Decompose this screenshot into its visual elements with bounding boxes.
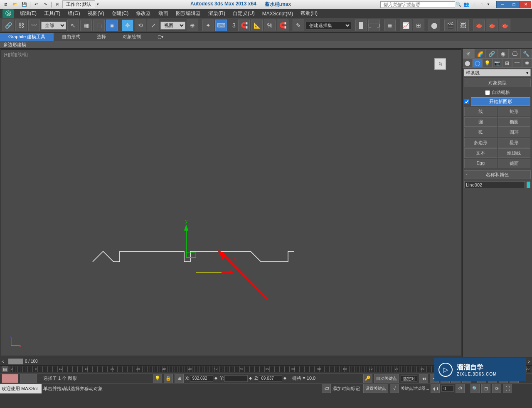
cmdtab-create-icon[interactable]: ✳ xyxy=(463,49,474,59)
render-frame-icon[interactable]: 🖼 xyxy=(457,20,469,31)
edit-selection-set-icon[interactable]: ✎ xyxy=(293,20,304,31)
mirror-icon[interactable]: ▐▌ xyxy=(355,20,367,31)
shape-helix-button[interactable]: 螺旋线 xyxy=(498,148,531,158)
help-icon[interactable]: ? xyxy=(479,1,485,8)
layers-icon[interactable]: ≣ xyxy=(384,20,396,31)
subtab-shapes-icon[interactable]: ◯ xyxy=(473,59,483,68)
cmdtab-modify-icon[interactable]: 🌈 xyxy=(474,49,486,59)
x-spinner-icon[interactable]: ⯁ xyxy=(214,376,218,381)
shape-donut-button[interactable]: 圆环 xyxy=(498,128,531,137)
key-filters-icon[interactable]: √ xyxy=(390,384,399,393)
select-name-icon[interactable]: ▦ xyxy=(80,20,92,31)
app-menu-icon[interactable]: Ⓢ xyxy=(2,9,14,18)
save-icon[interactable]: 💾 xyxy=(20,1,28,8)
timeline-end-icon[interactable]: > xyxy=(526,359,532,364)
subtab-systems-icon[interactable]: ✱ xyxy=(522,59,532,68)
shape-ngon-button[interactable]: 多边形 xyxy=(464,138,497,147)
cmdtab-utilities-icon[interactable]: 🔧 xyxy=(520,49,532,59)
z-spinner-icon[interactable]: ⯁ xyxy=(283,376,287,381)
lock-selection-icon[interactable]: 💡 xyxy=(153,374,162,383)
search-icon[interactable]: 🔍 xyxy=(455,1,462,8)
graphite-tab-modeling[interactable]: Graphite 建模工具 xyxy=(0,33,54,41)
bind-spacewarp-icon[interactable]: 〰 xyxy=(28,20,40,31)
maximize-viewport-icon[interactable]: ⛶ xyxy=(503,384,512,393)
y-spinner-icon[interactable]: ⯁ xyxy=(249,376,253,381)
key-filters-button[interactable]: 关键点过滤器... xyxy=(401,386,429,391)
menu-views[interactable]: 视图(V) xyxy=(84,9,108,18)
orbit-icon[interactable]: ⟳ xyxy=(492,384,501,393)
goto-start-icon[interactable]: ⏮ xyxy=(419,374,428,383)
graphite-tab-selection[interactable]: 选择 xyxy=(89,33,114,41)
graphite-subtab-polymodel[interactable]: 多边形建模 xyxy=(0,41,532,49)
menu-customize[interactable]: 自定义(U) xyxy=(229,9,258,18)
key-mode-icon[interactable]: 🔑 xyxy=(363,374,372,383)
autogrid-checkbox[interactable] xyxy=(485,90,490,95)
subtab-lights-icon[interactable]: 💡 xyxy=(483,59,493,68)
select-object-icon[interactable]: ↖ xyxy=(67,20,79,31)
time-tag-icon[interactable]: 🏷 xyxy=(322,384,331,393)
curve-editor-icon[interactable]: 📈 xyxy=(400,20,411,31)
graphite-tab-freeform[interactable]: 自由形式 xyxy=(54,33,89,41)
new-icon[interactable]: 🗎 xyxy=(2,1,10,8)
menu-modifiers[interactable]: 修改器 xyxy=(133,9,154,18)
percent-snap-icon[interactable]: % xyxy=(264,20,276,31)
shape-line-button[interactable]: 线 xyxy=(464,107,497,116)
object-color-swatch[interactable] xyxy=(527,182,530,188)
render-setup-icon[interactable]: 🎬 xyxy=(444,20,456,31)
menu-group[interactable]: 组(G) xyxy=(64,9,83,18)
workbench-selector[interactable]: 工作台: 默认 xyxy=(62,0,95,8)
coord-z-input[interactable] xyxy=(259,375,282,382)
select-rotate-icon[interactable]: ⟲ xyxy=(135,20,146,31)
coord-y-input[interactable] xyxy=(224,375,248,382)
subtab-spacewarps-icon[interactable]: 〰 xyxy=(512,59,522,68)
shape-rectangle-button[interactable]: 矩形 xyxy=(498,107,531,116)
menu-create[interactable]: 创建(C) xyxy=(108,9,132,18)
subtab-geometry-icon[interactable]: ⬤ xyxy=(463,59,473,68)
rollout-name-color-header[interactable]: -名称和颜色 xyxy=(464,170,531,179)
shape-section-button[interactable]: 截面 xyxy=(498,159,531,168)
add-time-tag-label[interactable]: 添加时间标记 xyxy=(332,386,360,392)
menu-animation[interactable]: 动画 xyxy=(155,9,172,18)
cmdtab-display-icon[interactable]: 🖵 xyxy=(509,49,520,59)
start-new-shape-button[interactable]: 开始新图形 xyxy=(471,97,530,106)
window-close-button[interactable]: ✕ xyxy=(520,1,531,8)
menu-tools[interactable]: 工具(T) xyxy=(41,9,64,18)
coord-x-input[interactable] xyxy=(190,375,213,382)
timeline-start-icon[interactable]: < xyxy=(0,359,6,364)
align-icon[interactable]: ⫍⫎ xyxy=(368,20,380,31)
time-config-icon[interactable]: ⏱ xyxy=(456,384,465,393)
select-scale-icon[interactable]: ⤢ xyxy=(148,20,159,31)
shape-circle-button[interactable]: 圆 xyxy=(464,117,497,127)
render-last-icon[interactable]: 🫖 xyxy=(499,20,510,31)
named-selection-set-dropdown[interactable]: 创建选择集 xyxy=(305,22,351,29)
redo-icon[interactable]: ↷ xyxy=(41,1,49,8)
menu-help[interactable]: 帮助(H) xyxy=(297,9,321,18)
manipulate-icon[interactable]: ✦ xyxy=(202,20,214,31)
favorite-icon[interactable]: ☆ xyxy=(471,1,478,8)
menu-edit[interactable]: 编辑(E) xyxy=(17,9,40,18)
rollout-object-type-header[interactable]: -对象类型 xyxy=(464,79,531,87)
help-search-input[interactable] xyxy=(380,1,455,8)
window-minimize-button[interactable]: ─ xyxy=(496,1,508,8)
select-region-icon[interactable]: ⬚ xyxy=(93,20,105,31)
cmdtab-hierarchy-icon[interactable]: 🔗 xyxy=(486,49,498,59)
communication-icon[interactable]: 👥 xyxy=(463,1,470,8)
zoom-icon[interactable]: 🔍 xyxy=(470,384,480,393)
object-name-input[interactable] xyxy=(464,181,525,188)
render-production-icon[interactable]: 🫖 xyxy=(473,20,485,31)
subtab-helpers-icon[interactable]: ⊞ xyxy=(502,59,512,68)
shape-arc-button[interactable]: 弧 xyxy=(464,128,497,137)
absolute-transform-icon[interactable]: ⊞ xyxy=(175,374,184,383)
window-crossing-icon[interactable]: ▣ xyxy=(106,20,118,31)
selection-lock-icon[interactable]: 🔒 xyxy=(164,374,173,383)
start-new-shape-checkbox[interactable] xyxy=(464,99,469,104)
shape-egg-button[interactable]: Egg xyxy=(464,159,497,168)
snap-3-icon[interactable]: 3 xyxy=(231,20,237,31)
setkey-button[interactable]: 设置关键点 xyxy=(363,384,388,393)
shape-text-button[interactable]: 文本 xyxy=(464,148,497,158)
menu-maxscript[interactable]: MAXScript(M) xyxy=(259,10,297,17)
time-slider-thumb[interactable] xyxy=(8,359,23,364)
snap-toggle-icon[interactable]: 🧲 xyxy=(238,20,250,31)
graphite-tab-object-paint[interactable]: 对象绘制 xyxy=(114,33,149,41)
keyboard-shortcut-icon[interactable]: ⌨ xyxy=(215,20,227,31)
